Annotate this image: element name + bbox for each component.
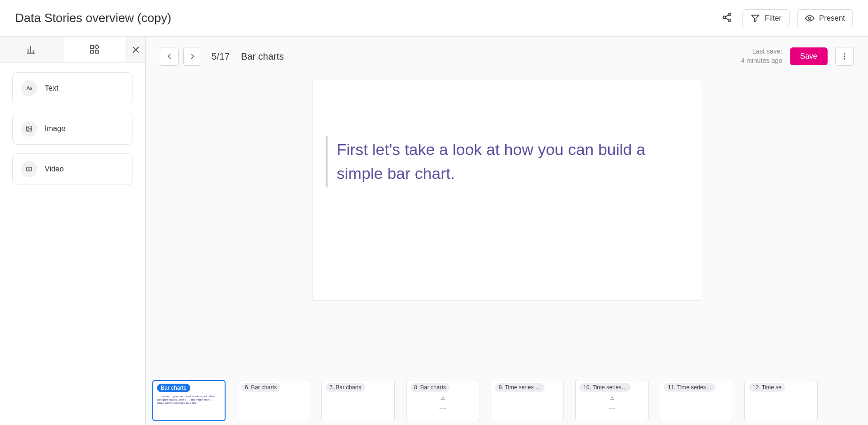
thumb-5[interactable]: Bar charts …rizes in … you can transform… [152, 380, 226, 421]
svg-marker-5 [752, 15, 759, 22]
sidebar: Text Image Video [0, 37, 146, 425]
thumb-11[interactable]: 11. Time series… [660, 380, 733, 421]
filter-label: Filter [765, 14, 782, 23]
thumb-chip: Bar charts [157, 384, 190, 392]
save-info: Last save: 4 minutes ago [741, 47, 782, 65]
more-vertical-icon [840, 52, 849, 61]
warning-icon: ⚠ [579, 395, 644, 401]
page-name: Bar charts [241, 51, 284, 62]
editor-column: 5/17 Bar charts Last save: 4 minutes ago… [146, 37, 868, 425]
thumb-preview: — — —— — [410, 403, 475, 410]
thumb-12[interactable]: 12. Time se [744, 380, 818, 421]
svg-point-21 [844, 53, 845, 54]
thumb-chip: 11. Time series… [664, 383, 715, 392]
sidebar-body: Text Image Video [0, 63, 145, 194]
thumbnail-strip: Bar charts …rizes in … you can transform… [146, 374, 868, 425]
present-button[interactable]: Present [797, 9, 853, 27]
widget-video[interactable]: Video [12, 153, 133, 185]
share-button[interactable] [719, 9, 735, 27]
sidebar-tab-charts[interactable] [0, 37, 63, 62]
editor-actions: Last save: 4 minutes ago Save [741, 47, 854, 66]
warning-icon: ⚠ [410, 395, 475, 401]
svg-rect-12 [91, 50, 94, 53]
thumb-9[interactable]: 9. Time series … [491, 380, 564, 421]
sidebar-tabs [0, 37, 145, 63]
widget-video-label: Video [45, 165, 64, 173]
widget-image[interactable]: Image [12, 113, 133, 145]
text-icon [25, 85, 33, 92]
svg-line-4 [726, 18, 728, 20]
save-button[interactable]: Save [790, 47, 828, 65]
next-page-button[interactable] [183, 47, 202, 66]
page-counter: 5/17 [211, 51, 230, 62]
more-button[interactable] [835, 47, 854, 66]
slide-text: First let's take a look at how you can b… [337, 138, 688, 185]
thumb-chip: 10. Time series… [579, 383, 631, 392]
thumb-chip: 12. Time se [749, 383, 785, 392]
widget-text-label: Text [45, 84, 58, 93]
document-title: Data Stories overview (copy) [15, 11, 171, 25]
svg-rect-13 [95, 50, 98, 53]
slide[interactable]: First let's take a look at how you can b… [312, 80, 702, 301]
thumb-chip: 6. Bar charts [241, 383, 281, 392]
thumb-8[interactable]: 8. Bar charts ⚠ — — —— — [406, 380, 479, 421]
chevron-left-icon [165, 52, 173, 61]
eye-icon [805, 14, 814, 23]
header-actions: Filter Present [719, 9, 853, 27]
filter-icon [751, 14, 760, 23]
editor-header: 5/17 Bar charts Last save: 4 minutes ago… [146, 37, 868, 70]
sidebar-tab-widgets[interactable] [63, 37, 127, 62]
svg-marker-20 [29, 168, 30, 170]
close-icon [131, 45, 141, 55]
present-label: Present [819, 14, 845, 23]
filter-button[interactable]: Filter [743, 9, 790, 27]
chevron-right-icon [188, 52, 197, 61]
app-header: Data Stories overview (copy) Filter Pres… [0, 0, 868, 37]
thumb-preview: …rizes in … you can transform data, add … [157, 395, 221, 405]
canvas-wrap: First let's take a look at how you can b… [146, 70, 868, 374]
share-icon [722, 12, 732, 23]
main-area: Text Image Video 5/17 Bar cha [0, 37, 868, 425]
last-save-label: Last save: [741, 47, 782, 56]
svg-point-22 [844, 56, 845, 57]
sidebar-close[interactable] [126, 37, 145, 62]
editor-nav: 5/17 Bar charts [160, 47, 284, 66]
thumb-preview: — — —— — [579, 403, 644, 410]
svg-line-3 [726, 15, 728, 17]
thumb-10[interactable]: 10. Time series… ⚠ — — —— — [575, 380, 649, 421]
thumb-7[interactable]: 7. Bar charts [321, 380, 395, 421]
widget-image-label: Image [45, 124, 65, 133]
svg-rect-11 [91, 46, 94, 48]
thumb-6[interactable]: 6. Bar charts [237, 380, 310, 421]
svg-rect-17 [27, 126, 32, 131]
prev-page-button[interactable] [160, 47, 179, 66]
svg-rect-14 [95, 45, 99, 49]
bar-chart-icon [26, 45, 37, 55]
widgets-icon [89, 44, 100, 54]
widget-text[interactable]: Text [12, 72, 133, 104]
image-icon [25, 125, 33, 132]
svg-point-18 [28, 127, 29, 128]
last-save-value: 4 minutes ago [741, 56, 782, 66]
svg-point-6 [808, 17, 811, 19]
thumb-chip: 9. Time series … [495, 383, 545, 392]
thumb-chip: 7. Bar charts [326, 383, 365, 392]
thumb-chip: 8. Bar charts [410, 383, 450, 392]
video-icon [25, 165, 33, 173]
svg-point-23 [844, 58, 845, 60]
slide-text-block[interactable]: First let's take a look at how you can b… [326, 136, 688, 187]
